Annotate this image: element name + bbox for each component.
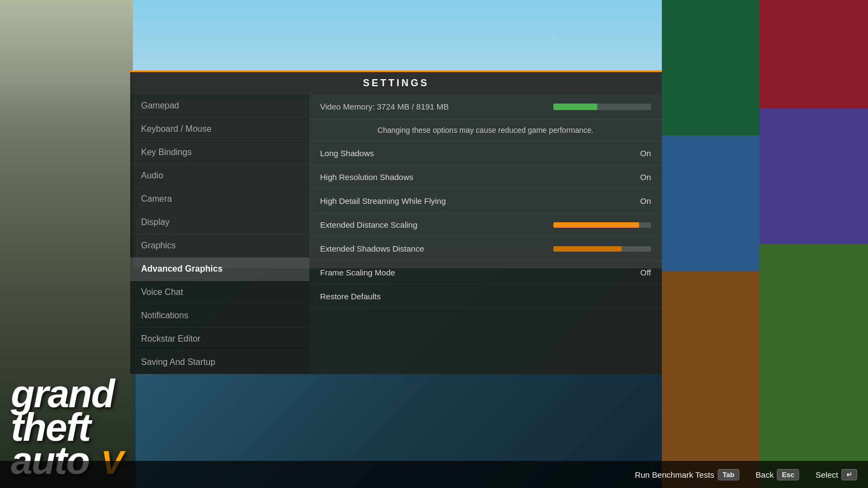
video-memory-label: Video Memory: 3724 MB / 8191 MB <box>320 102 449 111</box>
container-blue <box>662 136 760 271</box>
nav-item-rockstar-editor[interactable]: Rockstar Editor <box>130 328 309 351</box>
panel-content: Gamepad Keyboard / Mouse Key Bindings Au… <box>130 94 662 374</box>
setting-label-extended-shadows-distance: Extended Shadows Distance <box>320 244 424 253</box>
video-memory-row: Video Memory: 3724 MB / 8191 MB <box>309 94 662 119</box>
video-memory-progress <box>553 104 651 110</box>
run-benchmark-label: Run Benchmark Tests <box>635 470 714 479</box>
container-brown <box>662 271 760 488</box>
setting-row-high-res-shadows[interactable]: High Resolution Shadows On <box>309 165 662 189</box>
setting-bar-fill-extended-shadows <box>553 246 622 252</box>
setting-value-frame-scaling-mode: Off <box>629 268 651 277</box>
nav-item-key-bindings[interactable]: Key Bindings <box>130 141 309 164</box>
setting-value-high-detail-streaming: On <box>629 196 651 206</box>
setting-bar-fill-extended-distance <box>553 222 639 228</box>
warning-text: Changing these options may cause reduced… <box>309 119 662 142</box>
nav-item-voice-chat[interactable]: Voice Chat <box>130 281 309 304</box>
nav-item-saving-startup[interactable]: Saving And Startup <box>130 351 309 374</box>
setting-label-long-shadows: Long Shadows <box>320 149 374 158</box>
back-label: Back <box>756 470 774 479</box>
content-panel: Video Memory: 3724 MB / 8191 MB Changing… <box>309 94 662 374</box>
setting-row-high-detail-streaming[interactable]: High Detail Streaming While Flying On <box>309 189 662 213</box>
nav-item-advanced-graphics[interactable]: Advanced Graphics <box>130 258 309 281</box>
nav-item-graphics[interactable]: Graphics <box>130 234 309 258</box>
run-benchmark-action: Run Benchmark Tests Tab <box>635 469 739 480</box>
setting-row-frame-scaling-mode[interactable]: Frame Scaling Mode Off <box>309 261 662 285</box>
setting-row-long-shadows[interactable]: Long Shadows On <box>309 142 662 165</box>
container-green2 <box>760 244 868 488</box>
nav-item-display[interactable]: Display <box>130 211 309 234</box>
setting-row-extended-shadows-distance[interactable]: Extended Shadows Distance <box>309 237 662 261</box>
run-benchmark-key: Tab <box>718 469 739 480</box>
setting-label-high-detail-streaming: High Detail Streaming While Flying <box>320 196 446 206</box>
setting-label-extended-distance-scaling: Extended Distance Scaling <box>320 220 417 229</box>
select-label: Select <box>815 470 838 479</box>
bottom-bar: Run Benchmark Tests Tab Back Esc Select … <box>0 461 868 488</box>
container-green <box>662 0 760 136</box>
back-key: Esc <box>777 469 799 480</box>
nav-item-camera[interactable]: Camera <box>130 188 309 211</box>
setting-row-extended-distance-scaling[interactable]: Extended Distance Scaling <box>309 213 662 237</box>
restore-defaults-row[interactable]: Restore Defaults <box>309 285 662 309</box>
settings-title: SETTINGS <box>130 70 662 94</box>
setting-label-frame-scaling-mode: Frame Scaling Mode <box>320 268 395 277</box>
nav-panel: Gamepad Keyboard / Mouse Key Bindings Au… <box>130 94 309 374</box>
restore-defaults-label: Restore Defaults <box>320 292 381 301</box>
select-action: Select ↵ <box>815 469 857 480</box>
setting-bar-extended-distance-scaling <box>553 222 651 228</box>
back-action: Back Esc <box>756 469 800 480</box>
setting-label-high-res-shadows: High Resolution Shadows <box>320 172 413 182</box>
nav-item-keyboard-mouse[interactable]: Keyboard / Mouse <box>130 118 309 141</box>
setting-bar-extended-shadows-distance <box>553 246 651 252</box>
setting-value-long-shadows: On <box>629 149 651 158</box>
right-containers <box>651 0 868 488</box>
nav-item-audio[interactable]: Audio <box>130 164 309 188</box>
nav-item-gamepad[interactable]: Gamepad <box>130 94 309 118</box>
setting-value-high-res-shadows: On <box>629 172 651 182</box>
video-memory-fill <box>553 104 597 110</box>
nav-item-notifications[interactable]: Notifications <box>130 304 309 328</box>
select-key: ↵ <box>841 469 857 480</box>
settings-panel: SETTINGS Gamepad Keyboard / Mouse Key Bi… <box>130 70 662 374</box>
